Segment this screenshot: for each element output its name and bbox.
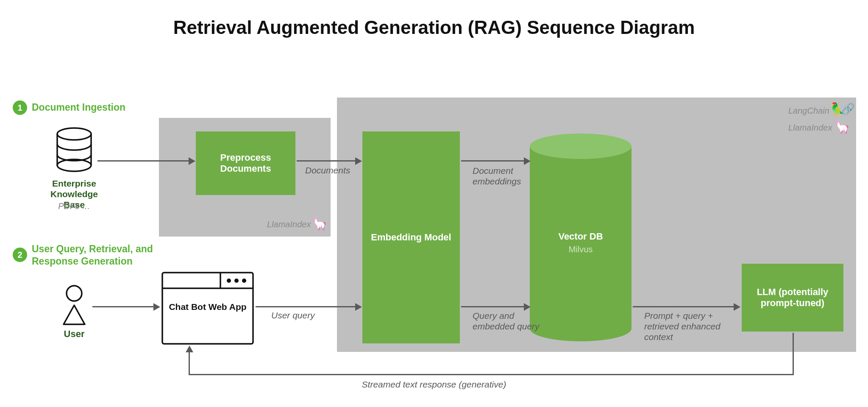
box-preprocess-label: Preprocess Documents bbox=[196, 152, 295, 174]
diagram-title: Retrieval Augmented Generation (RAG) Seq… bbox=[0, 17, 868, 38]
arrow-embedding-vectordb bbox=[461, 160, 525, 162]
section-label-2: User Query, Retrieval, and Response Gene… bbox=[32, 243, 176, 268]
vector-db-title: Vector DB bbox=[530, 231, 632, 242]
arrow-preprocess-embedding-head bbox=[355, 157, 362, 165]
lib-llamaindex-big: LlamaIndex bbox=[788, 123, 832, 133]
box-embedding-label: Embedding Model bbox=[371, 232, 451, 243]
arrow-return-head bbox=[186, 346, 193, 352]
arrow-vectordb-llm bbox=[633, 306, 734, 307]
svg-point-8 bbox=[242, 279, 246, 283]
arrow-return-seg-down bbox=[793, 333, 794, 375]
svg-point-7 bbox=[234, 279, 239, 283]
arrow-embedding-vectordb-head bbox=[524, 157, 531, 165]
svg-point-6 bbox=[227, 279, 231, 283]
vector-db-cylinder: Vector DB Milvus bbox=[530, 134, 632, 341]
arrow-embedding-vectordb-query bbox=[461, 306, 525, 307]
box-embedding-model: Embedding Model bbox=[362, 131, 460, 343]
enterprise-kb-cylinder-icon bbox=[55, 127, 93, 174]
chain-icon: 🔗 bbox=[841, 103, 855, 116]
llama-icon-big: 🦙 bbox=[834, 120, 850, 134]
arrow-preprocess-embedding bbox=[297, 160, 356, 162]
edge-user-query-label: User query bbox=[271, 310, 315, 321]
arrow-user-webapp bbox=[92, 306, 154, 307]
svg-point-2 bbox=[67, 286, 82, 301]
vector-db-sub: Milvus bbox=[530, 245, 632, 254]
box-llm-label: LLM (potentially prompt-tuned) bbox=[746, 287, 839, 309]
llama-icon: 🦙 bbox=[312, 216, 327, 231]
lib-langchain: LangChain bbox=[788, 106, 829, 116]
arrow-kb-preprocess-head bbox=[189, 157, 195, 165]
arrow-return-seg-across bbox=[189, 374, 794, 375]
lib-llamaindex-small: LlamaIndex bbox=[267, 220, 311, 229]
section-label-1: Document Ingestion bbox=[32, 102, 125, 113]
webapp-label: Chat Bot Web App bbox=[167, 301, 248, 312]
edge-doc-embeddings-label: Document embeddings bbox=[473, 165, 536, 187]
section-badge-1: 1 bbox=[13, 100, 27, 115]
arrow-embedding-vectordb-query-head bbox=[524, 303, 531, 311]
edge-prompt-ctx-label: Prompt + query + retrieved enhanced cont… bbox=[644, 310, 737, 343]
arrow-webapp-embedding-head bbox=[355, 303, 362, 311]
enterprise-kb-sub: PDFs … bbox=[40, 201, 108, 211]
box-llm: LLM (potentially prompt-tuned) bbox=[742, 264, 843, 332]
section-badge-2: 2 bbox=[13, 248, 27, 262]
arrow-webapp-embedding bbox=[256, 306, 356, 307]
user-icon bbox=[59, 284, 89, 326]
user-label: User bbox=[51, 329, 97, 340]
arrow-vectordb-llm-head bbox=[734, 303, 740, 311]
svg-point-0 bbox=[57, 128, 91, 140]
arrow-user-webapp-head bbox=[153, 303, 160, 311]
edge-documents-label: Documents bbox=[305, 165, 350, 176]
edge-streamed-label: Streamed text response (generative) bbox=[0, 379, 868, 390]
arrow-return-seg-up bbox=[189, 352, 190, 375]
arrow-kb-preprocess bbox=[97, 160, 189, 162]
box-preprocess: Preprocess Documents bbox=[196, 131, 295, 195]
edge-query-emb-label: Query and embedded query bbox=[473, 310, 540, 332]
